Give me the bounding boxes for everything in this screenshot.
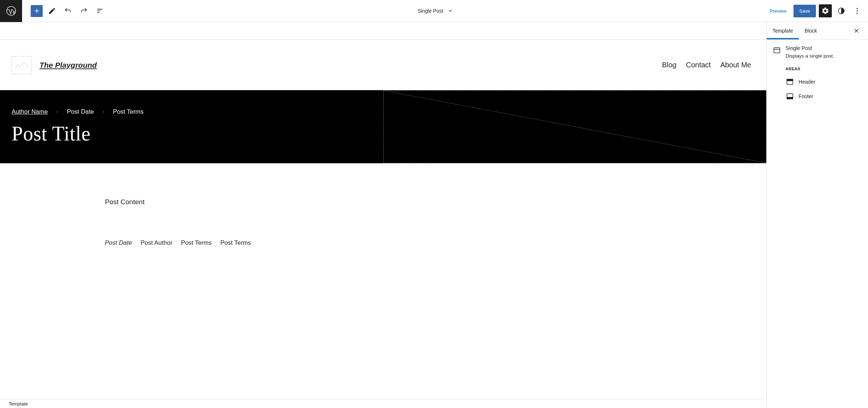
sidebar-tabs: Template Block <box>767 22 868 39</box>
styles-button[interactable] <box>835 4 848 17</box>
document-title-label: Single Post <box>418 8 443 14</box>
footer-area-icon <box>786 92 794 101</box>
settings-button[interactable] <box>819 4 832 17</box>
area-footer[interactable]: Footer <box>773 89 862 104</box>
editor-canvas: The Playground Blog Contact About Me Aut… <box>0 22 766 408</box>
settings-sidebar: Template Block Single Post Displays a si… <box>766 22 868 408</box>
document-title-dropdown[interactable]: Single Post <box>106 7 765 14</box>
editor-toolbar: Single Post Preview Save <box>0 0 868 22</box>
post-hero[interactable]: Author Name · Post Date · Post Terms Pos… <box>0 90 766 163</box>
image-placeholder-icon <box>14 61 29 70</box>
wordpress-logo-button[interactable] <box>0 0 22 22</box>
featured-image-placeholder[interactable] <box>383 90 767 163</box>
list-view-button[interactable] <box>93 4 106 17</box>
layout-icon <box>773 46 781 55</box>
list-view-icon <box>96 7 104 15</box>
area-header[interactable]: Header <box>773 75 862 89</box>
svg-point-3 <box>857 10 858 12</box>
separator-dot: · <box>56 108 58 115</box>
plus-icon <box>33 7 41 14</box>
redo-icon <box>80 7 88 15</box>
post-date-footer[interactable]: Post Date <box>105 239 132 247</box>
svg-point-2 <box>857 8 858 9</box>
styles-icon <box>837 7 845 15</box>
svg-point-4 <box>857 13 858 14</box>
close-sidebar-button[interactable] <box>851 25 862 37</box>
nav-item-blog[interactable]: Blog <box>662 61 676 69</box>
header-area-icon <box>786 77 794 86</box>
redo-button[interactable] <box>77 4 90 17</box>
post-content-area[interactable]: Post Content Post Date Post Author Post … <box>0 163 766 258</box>
undo-icon <box>64 7 72 15</box>
separator-dot: · <box>103 108 105 115</box>
chevron-down-icon <box>447 7 454 14</box>
more-options-button[interactable] <box>851 4 864 17</box>
undo-button[interactable] <box>61 4 75 17</box>
post-author-footer[interactable]: Post Author <box>141 239 173 247</box>
wordpress-icon <box>6 6 16 16</box>
site-logo-placeholder[interactable] <box>12 56 31 74</box>
post-date[interactable]: Post Date <box>67 108 94 115</box>
site-navigation[interactable]: Blog Contact About Me <box>662 61 755 69</box>
template-description: Displays a single post. <box>786 53 834 59</box>
nav-item-about[interactable]: About Me <box>720 61 751 69</box>
nav-item-contact[interactable]: Contact <box>686 61 711 69</box>
template-header[interactable]: The Playground Blog Contact About Me <box>0 40 766 90</box>
post-content-placeholder[interactable]: Post Content <box>105 198 766 206</box>
template-summary: Single Post Displays a single post. <box>773 45 862 59</box>
areas-heading: AREAS <box>786 67 862 71</box>
close-icon <box>853 27 860 34</box>
svg-rect-5 <box>774 48 780 53</box>
pencil-icon <box>48 7 56 15</box>
post-terms-footer-2[interactable]: Post Terms <box>220 239 251 247</box>
area-footer-label: Footer <box>799 93 813 99</box>
site-title[interactable]: The Playground <box>39 61 97 70</box>
tab-template[interactable]: Template <box>767 22 799 39</box>
post-terms[interactable]: Post Terms <box>113 108 144 115</box>
svg-rect-9 <box>787 97 793 99</box>
gear-icon <box>821 7 829 15</box>
edit-tool-button[interactable] <box>46 4 59 17</box>
preview-button[interactable]: Preview <box>765 5 791 17</box>
area-header-label: Header <box>799 79 815 85</box>
more-vertical-icon <box>853 7 861 15</box>
post-meta-footer: Post Date Post Author Post Terms Post Te… <box>105 239 766 247</box>
tab-block[interactable]: Block <box>799 22 823 39</box>
template-name: Single Post <box>786 45 834 51</box>
svg-rect-7 <box>787 79 793 81</box>
add-block-button[interactable] <box>31 5 43 17</box>
block-breadcrumb[interactable]: Template <box>0 399 766 408</box>
post-author-name[interactable]: Author Name <box>12 108 48 115</box>
post-terms-footer-1[interactable]: Post Terms <box>181 239 212 247</box>
breadcrumb-root[interactable]: Template <box>9 401 28 407</box>
save-button[interactable]: Save <box>793 5 816 17</box>
